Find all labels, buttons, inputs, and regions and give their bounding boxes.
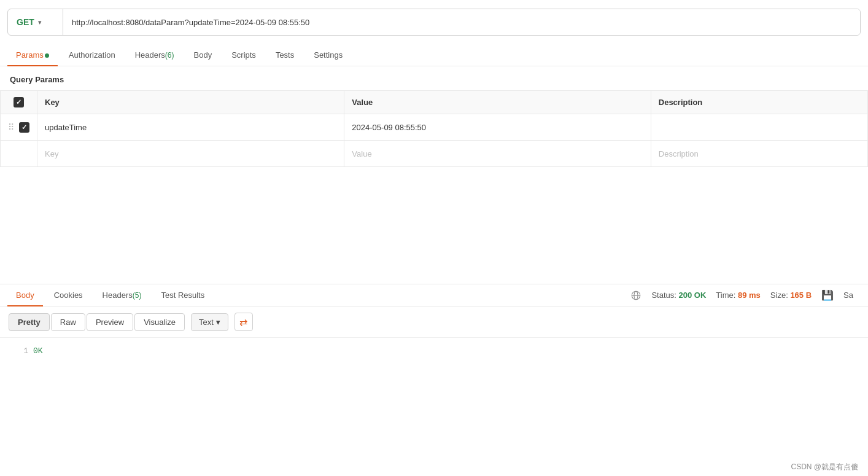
row-check-cell: ⠿ ✓ [1, 114, 37, 141]
size-label: Size: 165 B [770, 291, 812, 300]
row-key-value: updateTime [45, 123, 87, 132]
response-ok-value: 0K [33, 346, 43, 356]
status-label: Status: 200 OK [651, 291, 706, 300]
response-status-bar: Status: 200 OK Time: 89 ms Size: 165 B 💾… [630, 289, 861, 301]
format-pretty-button[interactable]: Pretty [9, 313, 50, 331]
empty-desc-placeholder: Description [659, 149, 699, 158]
row-value-value: 2024-05-09 08:55:50 [352, 123, 426, 132]
tab-response-body[interactable]: Body [7, 284, 43, 306]
tab-settings[interactable]: Settings [305, 44, 351, 66]
chevron-down-icon: ▾ [38, 18, 42, 26]
query-params-title: Query Params [0, 66, 868, 90]
time-label: Time: 89 ms [716, 291, 761, 300]
wrap-icon: ⇄ [239, 316, 247, 328]
row-checkbox[interactable]: ✓ [19, 122, 29, 133]
row-key-cell[interactable]: updateTime [37, 114, 344, 141]
save-icon[interactable]: 💾 [821, 289, 834, 301]
format-type-dropdown[interactable]: Text ▾ [191, 313, 228, 331]
empty-desc-cell[interactable]: Description [651, 141, 867, 167]
response-headers-badge: (5) [133, 291, 142, 300]
status-ok-value: 200 OK [679, 291, 707, 300]
tab-scripts[interactable]: Scripts [223, 44, 265, 66]
tab-response-cookies[interactable]: Cookies [45, 284, 91, 306]
empty-value-placeholder: Value [352, 149, 371, 158]
drag-handle-icon[interactable]: ⠿ [8, 122, 14, 132]
method-label: GET [17, 17, 34, 27]
row-desc-cell[interactable] [651, 114, 867, 141]
tab-test-results[interactable]: Test Results [152, 284, 213, 306]
line-number-1: 1 [10, 346, 28, 356]
tab-authorization[interactable]: Authorization [60, 44, 124, 66]
table-empty-row: Key Value Description [1, 141, 868, 167]
header-value: Value [344, 91, 651, 114]
params-table: ✓ Key Value Description ⠿ ✓ upda [0, 90, 868, 167]
empty-key-placeholder: Key [45, 149, 58, 158]
tab-response-headers[interactable]: Headers(5) [94, 284, 150, 306]
format-visualize-button[interactable]: Visualize [134, 313, 185, 331]
empty-key-cell[interactable]: Key [37, 141, 344, 167]
tab-params[interactable]: Params [7, 44, 58, 66]
header-description: Description [651, 91, 867, 114]
spacer [0, 167, 868, 278]
tab-tests[interactable]: Tests [267, 44, 303, 66]
tab-headers[interactable]: Headers(6) [126, 44, 183, 66]
format-raw-button[interactable]: Raw [51, 313, 85, 331]
wrap-toggle-button[interactable]: ⇄ [234, 313, 253, 331]
request-tabs: Params Authorization Headers(6) Body Scr… [0, 44, 868, 66]
url-bar: GET ▾ [7, 9, 861, 36]
format-bar: Pretty Raw Preview Visualize Text ▾ ⇄ [0, 306, 868, 338]
method-selector[interactable]: GET ▾ [8, 9, 63, 35]
time-value: 89 ms [738, 291, 761, 300]
dropdown-chevron-icon: ▾ [216, 318, 220, 327]
empty-value-cell[interactable]: Value [344, 141, 651, 167]
save-label[interactable]: Sa [843, 291, 853, 300]
headers-badge: (6) [165, 51, 174, 60]
header-check[interactable]: ✓ [1, 91, 37, 114]
row-value-cell[interactable]: 2024-05-09 08:55:50 [344, 114, 651, 141]
globe-icon[interactable] [630, 290, 641, 301]
header-key: Key [37, 91, 344, 114]
table-row: ⠿ ✓ updateTime 2024-05-09 08:55:50 [1, 114, 868, 141]
params-dot [45, 53, 49, 58]
url-input[interactable] [63, 9, 860, 35]
response-code-area: 10K [0, 338, 868, 364]
size-value: 165 B [790, 291, 812, 300]
response-tabs: Body Cookies Headers(5) Test Results Sta… [0, 284, 868, 306]
format-preview-button[interactable]: Preview [87, 313, 133, 331]
check-all-checkbox[interactable]: ✓ [14, 97, 24, 107]
tab-body[interactable]: Body [185, 44, 221, 66]
